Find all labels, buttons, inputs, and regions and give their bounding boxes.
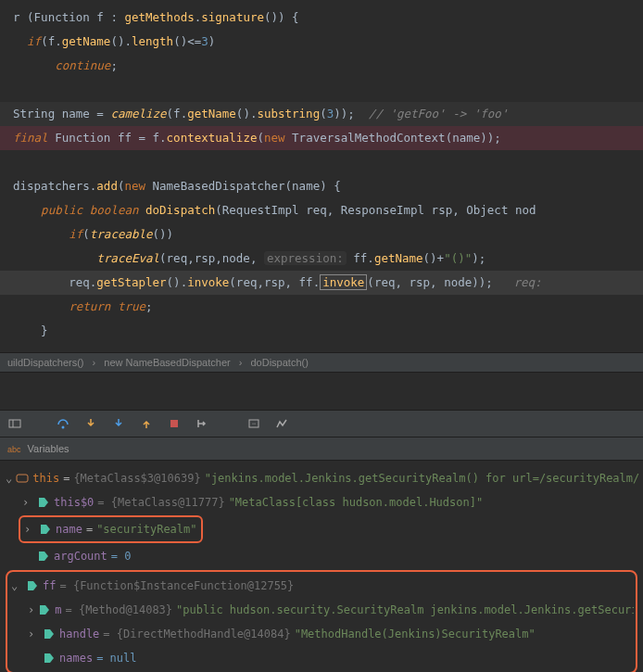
- variables-header: abc Variables: [0, 437, 643, 461]
- step-out-icon[interactable]: [139, 416, 154, 431]
- code-line: dispatchers.add(new NameBasedDispatcher(…: [0, 174, 643, 198]
- variables-pane[interactable]: ⌄ this = {MetaClass$3@10639} "jenkins.mo…: [0, 461, 643, 672]
- expand-icon[interactable]: ›: [28, 598, 34, 622]
- breadcrumb[interactable]: uildDispatchers() › new NameBasedDispatc…: [0, 352, 643, 373]
- expand-icon[interactable]: ›: [22, 490, 33, 514]
- tag-icon: [43, 628, 56, 640]
- tag-icon: [43, 652, 56, 665]
- code-line: final Function ff = f.contextualize(new …: [0, 126, 643, 150]
- svg-point-2: [62, 426, 65, 429]
- var-row-handle[interactable]: › handle = {DirectMethodHandle@14084} "M…: [9, 622, 634, 646]
- code-line: public boolean doDispatch(RequestImpl re…: [0, 198, 643, 222]
- spacer: [0, 373, 643, 410]
- step-over-icon[interactable]: [56, 416, 70, 431]
- debug-toolbar: ⋯: [0, 410, 643, 437]
- code-line: traceEval(req,rsp,node, expression: ff.g…: [0, 247, 643, 271]
- evaluate-expression-icon[interactable]: ⋯: [246, 416, 261, 431]
- tag-icon: [39, 523, 52, 536]
- object-icon: [16, 472, 29, 485]
- svg-text:⋯: ⋯: [252, 420, 256, 426]
- drop-frame-icon[interactable]: [167, 416, 182, 431]
- variables-label: Variables: [28, 443, 69, 454]
- code-editor[interactable]: r (Function f : getMethods.signature()) …: [0, 0, 643, 352]
- tag-icon: [26, 579, 39, 592]
- var-group-ff-highlighted: ⌄ ff = {Function$InstanceFunction@12755}…: [6, 570, 637, 672]
- code-line: continue;: [0, 54, 643, 78]
- var-row-this[interactable]: ⌄ this = {MetaClass$3@10639} "jenkins.mo…: [4, 466, 639, 490]
- expand-icon[interactable]: ⌄: [11, 574, 22, 598]
- trace-icon[interactable]: [274, 416, 289, 431]
- breadcrumb-item[interactable]: uildDispatchers(): [7, 357, 84, 368]
- code-line: [0, 78, 643, 102]
- chevron-right-icon: ›: [93, 357, 96, 368]
- svg-rect-3: [170, 420, 178, 427]
- code-line: String name = camelize(f.getName().subst…: [0, 102, 643, 126]
- breadcrumb-item[interactable]: doDispatch(): [250, 357, 308, 368]
- var-row-ff[interactable]: ⌄ ff = {Function$InstanceFunction@12755}: [9, 574, 634, 598]
- breadcrumb-item[interactable]: new NameBasedDispatcher: [104, 357, 230, 368]
- code-line: return true;: [0, 295, 643, 319]
- expand-icon[interactable]: ›: [24, 517, 35, 541]
- var-row-m[interactable]: › m = {Method@14083} "public hudson.secu…: [9, 598, 634, 622]
- step-into-icon[interactable]: [83, 416, 98, 431]
- code-line: r (Function f : getMethods.signature()) …: [0, 6, 643, 30]
- var-row-names[interactable]: names = null: [9, 646, 634, 670]
- force-step-into-icon[interactable]: [111, 416, 126, 431]
- svg-rect-0: [9, 420, 20, 427]
- frames-icon[interactable]: [7, 416, 22, 431]
- expand-icon[interactable]: ⌄: [6, 466, 12, 490]
- chevron-right-icon: ›: [239, 357, 243, 368]
- svg-rect-6: [17, 475, 28, 482]
- code-line: }: [0, 319, 643, 343]
- code-line: if(f.getName().length()<=3): [0, 30, 643, 54]
- var-row-this0[interactable]: › this$0 = {MetaClass@11777} "MetaClass[…: [4, 490, 639, 514]
- tag-icon: [38, 603, 51, 616]
- tag-icon: [37, 550, 50, 563]
- expand-icon[interactable]: ›: [28, 622, 39, 646]
- code-line-current: req.getStapler().invoke(req,rsp, ff.invo…: [0, 271, 643, 295]
- var-row-name-highlighted[interactable]: › name = "securityRealm": [19, 515, 203, 543]
- run-to-cursor-icon[interactable]: [195, 416, 209, 431]
- code-line: [0, 150, 643, 174]
- abc-icon: abc: [7, 445, 21, 454]
- tag-icon: [37, 496, 50, 509]
- code-line: if(traceable()): [0, 222, 643, 247]
- var-row-argcount[interactable]: argCount = 0: [4, 544, 639, 568]
